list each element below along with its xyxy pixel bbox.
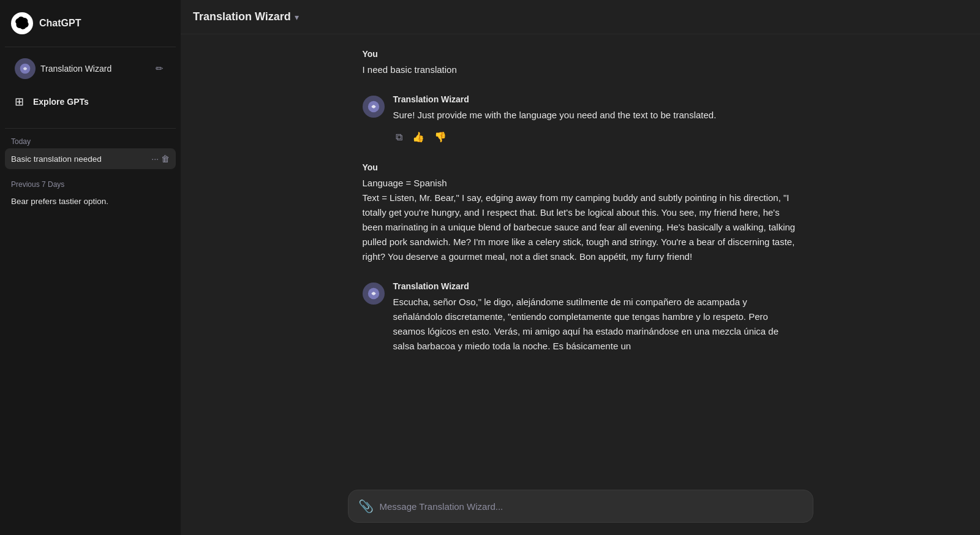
- message-input[interactable]: [380, 501, 803, 512]
- attach-icon: 📎: [358, 499, 374, 514]
- explore-gpts-button[interactable]: ⊞ Explore GPTs: [5, 88, 176, 116]
- history-item-text: Basic translation needed: [11, 154, 148, 164]
- sidebar-divider-2: [5, 128, 176, 129]
- assistant-body-2: Translation Wizard Escucha, señor Oso," …: [393, 281, 799, 354]
- explore-gpts-label: Explore GPTs: [33, 97, 89, 107]
- chatgpt-logo: [11, 12, 33, 34]
- assistant-text-2: Escucha, señor Oso," le digo, alejándome…: [393, 295, 799, 354]
- thumbs-down-button-1[interactable]: 👎: [432, 129, 449, 145]
- assistant-body-1: Translation Wizard Sure! Just provide me…: [393, 94, 799, 145]
- messages-container: You I need basic translation Translation…: [348, 49, 813, 371]
- user-text-2: Text = Listen, Mr. Bear," I say, edging …: [363, 191, 799, 264]
- user-label-2: You: [363, 162, 799, 172]
- history-item-bear-text: Bear prefers tastier option.: [11, 197, 170, 206]
- today-section-label: Today: [5, 134, 176, 148]
- copy-icon: ⧉: [396, 132, 402, 143]
- message-actions-1: ⧉ 👍 👎: [393, 129, 799, 145]
- thumbs-down-icon: 👎: [434, 131, 447, 143]
- user-language-line: Language = Spanish: [363, 176, 799, 191]
- assistant-name-1: Translation Wizard: [393, 94, 799, 104]
- user-message-1: You I need basic translation: [363, 49, 799, 77]
- assistant-name-2: Translation Wizard: [393, 281, 799, 291]
- assistant-avatar-1: [363, 96, 385, 118]
- history-item-bear[interactable]: Bear prefers tastier option.: [5, 191, 176, 211]
- thumbs-up-icon: 👍: [412, 131, 424, 143]
- conversation-title: Translation Wizard: [193, 10, 291, 23]
- history-item-basic-translation[interactable]: Basic translation needed ··· 🗑: [5, 148, 176, 169]
- delete-icon[interactable]: 🗑: [161, 154, 170, 164]
- sidebar-app-title: ChatGPT: [39, 18, 170, 29]
- sidebar-active-chat[interactable]: Translation Wizard ✏: [5, 52, 176, 85]
- input-bar: 📎: [348, 490, 813, 523]
- user-label-1: You: [363, 49, 799, 59]
- assistant-avatar-2: [363, 283, 385, 305]
- grid-icon: ⊞: [11, 94, 27, 110]
- main-panel: Translation Wizard ▾ You I need basic tr…: [181, 0, 980, 535]
- user-message-2: You Language = Spanish Text = Listen, Mr…: [363, 162, 799, 264]
- top-bar: Translation Wizard ▾: [181, 0, 980, 34]
- previous-section-label: Previous 7 Days: [5, 176, 176, 191]
- user-text-1: I need basic translation: [363, 63, 799, 77]
- edit-chat-icon[interactable]: ✏: [153, 62, 166, 75]
- chat-area: You I need basic translation Translation…: [181, 34, 980, 535]
- assistant-message-2: Translation Wizard Escucha, señor Oso," …: [363, 281, 799, 354]
- thumbs-up-button-1[interactable]: 👍: [410, 129, 427, 145]
- sidebar-divider: [5, 47, 176, 47]
- more-options-icon[interactable]: ···: [151, 154, 159, 164]
- translation-wizard-avatar: [15, 58, 36, 79]
- copy-button-1[interactable]: ⧉: [393, 129, 405, 145]
- assistant-message-1: Translation Wizard Sure! Just provide me…: [363, 94, 799, 145]
- history-item-actions: ··· 🗑: [151, 154, 170, 164]
- input-bar-wrapper: 📎: [181, 482, 980, 535]
- sidebar-header: ChatGPT: [5, 7, 176, 39]
- dropdown-icon[interactable]: ▾: [295, 12, 299, 22]
- sidebar-chat-name: Translation Wizard: [40, 64, 148, 74]
- attach-button[interactable]: 📎: [358, 499, 374, 514]
- assistant-text-1: Sure! Just provide me with the language …: [393, 108, 799, 123]
- sidebar: ChatGPT Translation Wizard ✏ ⊞ Explore G…: [0, 0, 181, 535]
